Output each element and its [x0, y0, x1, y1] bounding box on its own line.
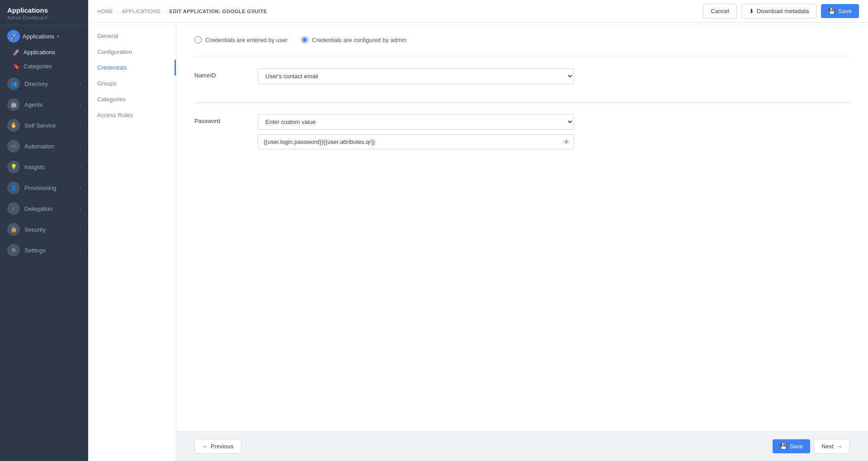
password-section: Password Enter custom value User's passw…: [194, 103, 850, 167]
sidebar-item-self-service[interactable]: ✋ Self Service ‹: [0, 115, 88, 136]
sidebar-item-automation[interactable]: </> Automation ‹: [0, 136, 88, 157]
previous-button[interactable]: ← Previous: [194, 439, 241, 454]
chevron-right-icon: ‹: [80, 144, 81, 149]
chevron-right-icon: ‹: [80, 206, 81, 211]
form-container: Credentials are entered by user Credenti…: [176, 23, 868, 461]
radio-option-admin[interactable]: Credentials are configured by admin: [301, 36, 406, 43]
code-icon: </>: [7, 140, 20, 152]
save-button-bottom[interactable]: 💾 Save: [773, 439, 811, 453]
password-row: Password Enter custom value User's passw…: [194, 114, 850, 149]
nameid-control: User's contact email User's login User's…: [258, 68, 574, 84]
chevron-right-icon: ‹: [80, 185, 81, 190]
sidebar-subtitle: Admin Dashboard: [7, 15, 81, 20]
rocket-sub-icon: 🚀: [13, 49, 20, 56]
password-control: Enter custom value User's password Custo…: [258, 114, 574, 149]
radio-group-credentials: Credentials are entered by user Credenti…: [194, 36, 850, 43]
user-icon: 👤: [7, 181, 20, 194]
chevron-right-icon: ‹: [80, 123, 81, 128]
bookmark-sub-icon: 🔖: [13, 63, 20, 70]
sidebar-item-label: Security: [24, 226, 46, 233]
sidebar-sub-item-categories[interactable]: 🔖 Categories: [0, 59, 88, 73]
top-nav: HOME › APPLICATIONS › EDIT APPLICATION: …: [88, 0, 868, 23]
save-icon-bottom: 💾: [780, 443, 787, 450]
sidebar-item-delegation[interactable]: ↑ Delegation ‹: [0, 198, 88, 219]
password-select[interactable]: Enter custom value User's password Custo…: [258, 114, 574, 130]
gear-icon: ⚙: [7, 244, 20, 257]
next-button[interactable]: Next →: [814, 439, 850, 454]
topnav-actions: Cancel ⬇ Download metadata 💾 Save: [703, 4, 859, 19]
chevron-right-icon: ‹: [80, 165, 81, 170]
eye-icon: 👁: [563, 138, 570, 146]
nameid-section: NameID User's contact email User's login…: [194, 57, 850, 102]
breadcrumb-sep-1: ›: [117, 9, 118, 14]
toggle-visibility-button[interactable]: 👁: [563, 138, 570, 146]
sidebar-item-label: Self Service: [24, 122, 56, 129]
breadcrumb-applications[interactable]: APPLICATIONS: [122, 9, 160, 14]
sidebar-apps-section[interactable]: 🚀 Applications ▾: [0, 25, 88, 45]
sub-sidebar-groups[interactable]: Groups: [88, 76, 176, 91]
radio-label-user: Credentials are entered by user: [205, 37, 288, 43]
sidebar-item-label: Directory: [24, 81, 48, 87]
lightbulb-icon: 💡: [7, 161, 20, 173]
sidebar-item-settings[interactable]: ⚙ Settings ‹: [0, 240, 88, 261]
nameid-row: NameID User's contact email User's login…: [194, 68, 850, 84]
breadcrumb-sep-2: ›: [164, 9, 166, 14]
sub-sidebar-categories[interactable]: Categories: [88, 91, 176, 107]
arrow-left-icon: ←: [202, 443, 208, 450]
sub-sidebar-credentials[interactable]: Credentials: [88, 60, 176, 76]
sub-sidebar-general[interactable]: General: [88, 28, 176, 44]
password-input[interactable]: {{user.login.password}}{{user.attributes…: [258, 134, 574, 149]
chevron-right-icon: ‹: [80, 102, 81, 107]
chevron-down-icon: ▾: [57, 34, 59, 39]
download-icon: ⬇: [749, 8, 754, 14]
chevron-right-icon: ‹: [80, 227, 81, 232]
bottom-bar: ← Previous 💾 Save Next →: [176, 431, 868, 461]
radio-label-admin: Credentials are configured by admin: [312, 37, 406, 43]
radio-input-user[interactable]: [194, 36, 202, 43]
content-area: General Configuration Credentials Groups…: [88, 23, 868, 461]
password-input-wrapper: {{user.login.password}}{{user.attributes…: [258, 134, 574, 149]
cancel-button[interactable]: Cancel: [703, 4, 736, 19]
sidebar-nav: 👥 Directory ‹ 🤖 Agents ‹ ✋ Self Service …: [0, 73, 88, 461]
bottom-right-actions: 💾 Save Next →: [773, 439, 850, 454]
sidebar-item-security[interactable]: 🔒 Security ‹: [0, 219, 88, 240]
sidebar: Applications Admin Dashboard 🚀 Applicati…: [0, 0, 88, 461]
sidebar-sub-item-applications[interactable]: 🚀 Applications: [0, 45, 88, 59]
sidebar-item-label: Insights: [24, 164, 45, 171]
radio-input-admin[interactable]: [301, 36, 308, 43]
delegation-icon: ↑: [7, 202, 20, 215]
sub-sidebar-configuration[interactable]: Configuration: [88, 44, 176, 60]
main-area: HOME › APPLICATIONS › EDIT APPLICATION: …: [88, 0, 868, 461]
download-metadata-button[interactable]: ⬇ Download metadata: [741, 4, 817, 19]
robot-icon: 🤖: [7, 98, 20, 111]
sidebar-title: Applications: [7, 6, 81, 14]
save-button-top[interactable]: 💾 Save: [821, 4, 859, 18]
breadcrumb: HOME › APPLICATIONS › EDIT APPLICATION: …: [97, 9, 267, 14]
hand-icon: ✋: [7, 119, 20, 132]
sub-sidebar-access-rules[interactable]: Access Rules: [88, 107, 176, 123]
chevron-right-icon: ‹: [80, 81, 81, 86]
rocket-icon: 🚀: [7, 30, 20, 43]
sidebar-item-directory[interactable]: 👥 Directory ‹: [0, 73, 88, 94]
breadcrumb-current: EDIT APPLICATION: GOOGLE GSUITE: [170, 9, 267, 14]
save-icon-top: 💾: [828, 8, 835, 14]
sub-sidebar: General Configuration Credentials Groups…: [88, 23, 176, 461]
sidebar-header: Applications Admin Dashboard: [0, 0, 88, 25]
radio-option-user[interactable]: Credentials are entered by user: [194, 36, 288, 43]
sidebar-item-provisioning[interactable]: 👤 Provisioning ‹: [0, 177, 88, 198]
sidebar-item-insights[interactable]: 💡 Insights ‹: [0, 157, 88, 177]
sidebar-item-label: Agents: [24, 101, 42, 108]
password-label: Password: [194, 114, 249, 124]
nameid-select[interactable]: User's contact email User's login User's…: [258, 68, 574, 84]
sidebar-item-label: Automation: [24, 143, 54, 150]
arrow-right-icon: →: [836, 443, 842, 450]
nameid-label: NameID: [194, 68, 249, 79]
breadcrumb-home[interactable]: HOME: [97, 9, 113, 14]
form-area: Credentials are entered by user Credenti…: [176, 23, 868, 431]
people-icon: 👥: [7, 77, 20, 90]
sidebar-item-label: Settings: [24, 247, 46, 254]
chevron-right-icon: ‹: [80, 248, 81, 253]
sidebar-item-label: Provisioning: [24, 185, 57, 191]
sidebar-item-agents[interactable]: 🤖 Agents ‹: [0, 94, 88, 115]
sidebar-item-label: Delegation: [24, 205, 52, 212]
